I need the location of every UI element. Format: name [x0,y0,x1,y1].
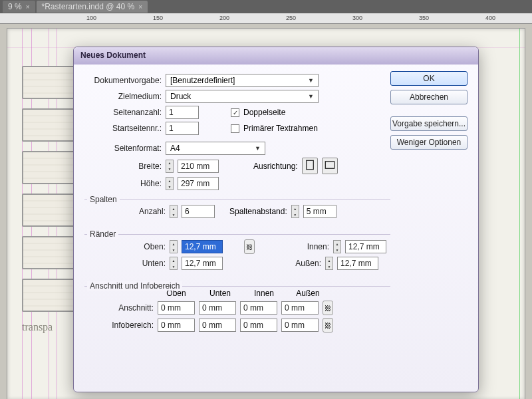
bleed-slug-headers: Oben Unten Innen Außen [158,289,386,298]
bleed-slug-group-title: Anschnitt und Infobereich [87,281,182,291]
margin-outside-stepper[interactable]: ▲▼ [325,257,333,270]
pages-input[interactable]: 1 [166,106,199,119]
height-stepper[interactable]: ▲▼ [166,177,174,190]
preset-label: Dokumentvorgabe: [84,76,162,85]
document-tab-bar: 9 % × *Rasterarten.indd @ 40 % × [0,0,532,13]
close-icon[interactable]: × [26,3,30,11]
ok-button[interactable]: OK [390,71,467,86]
tab-doc-1[interactable]: 9 % × [3,1,35,13]
svg-rect-1 [325,162,334,169]
new-document-dialog: Neues Dokument Dokumentvorgabe: [Benutze… [73,47,479,392]
gutter-stepper[interactable]: ▲▼ [291,205,299,218]
column-count-label: Anzahl: [88,207,166,216]
intent-combo[interactable]: Druck ▼ [166,90,319,103]
start-page-label: Startseitennr.: [84,124,162,133]
bleed-inside-input[interactable]: 0 mm [240,301,277,315]
ruler-tick: 300 [352,15,362,21]
svg-rect-0 [306,160,313,169]
slug-bottom-input[interactable]: 0 mm [199,319,236,332]
pages-label: Seitenanzahl: [84,108,162,117]
intent-value: Druck [170,92,191,101]
bleed-bottom-input[interactable]: 0 mm [199,301,236,315]
width-label: Breite: [84,162,162,171]
ruler-tick: 250 [286,15,296,21]
margin-outside-label: Außen: [268,259,321,268]
margin-inside-label: Innen: [276,242,329,251]
page-size-label: Seitenformat: [84,144,162,153]
slug-inside-input[interactable]: 0 mm [240,319,277,332]
columns-group-title: Spalten [87,195,120,204]
preset-combo[interactable]: [Benutzerdefiniert] ▼ [166,74,319,87]
horizontal-ruler[interactable]: 100 150 200 250 300 350 400 [0,13,532,24]
margins-group-title: Ränder [87,229,118,239]
chevron-down-icon: ▼ [255,145,261,152]
column-count-input[interactable]: 6 [182,205,215,218]
margin-top-label: Oben: [88,242,166,251]
primary-frame-checkbox[interactable] [231,124,239,133]
margin-inside-stepper[interactable]: ▲▼ [333,240,341,253]
slug-outside-input[interactable]: 0 mm [281,319,319,332]
ruler-tick: 350 [419,15,429,21]
dialog-title[interactable]: Neues Dokument [74,47,478,65]
gutter-label: Spaltenabstand: [229,207,287,216]
save-preset-button[interactable]: Vorgabe speichern... [390,116,467,131]
cancel-button[interactable]: Abbrechen [390,90,467,104]
orientation-landscape-button[interactable] [322,158,338,174]
facing-pages-label: Doppelseite [243,108,285,117]
facing-pages-checkbox[interactable]: ✓ [231,108,239,117]
height-input[interactable]: 297 mm [178,177,219,190]
intent-label: Zielmedium: [84,92,162,101]
column-count-stepper[interactable]: ▲▼ [170,205,178,218]
margin-bottom-stepper[interactable]: ▲▼ [170,257,178,270]
link-slug-icon[interactable]: ⛓ [323,318,333,332]
ruler-tick: 200 [219,15,229,21]
ruler-tick: 150 [153,15,163,21]
primary-frame-label: Primärer Textrahmen [243,124,318,133]
page-size-value: A4 [170,144,180,153]
tab-label: *Rasterarten.indd @ 40 % [42,2,135,11]
margin-top-input[interactable]: 12,7 mm [182,240,223,253]
page-size-combo[interactable]: A4 ▼ [166,142,265,155]
chevron-down-icon: ▼ [308,77,314,84]
slug-top-input[interactable]: 0 mm [158,319,195,332]
fewer-options-button[interactable]: Weniger Optionen [390,135,467,150]
ruler-tick: 100 [86,15,96,21]
ruler-tick: 400 [485,15,495,21]
bleed-top-input[interactable]: 0 mm [158,301,195,315]
width-input[interactable]: 210 mm [178,160,219,173]
margin-bottom-input[interactable]: 12,7 mm [182,257,223,270]
margin-guide[interactable] [519,29,520,399]
slug-label: Infobereich: [88,321,154,330]
margin-outside-input[interactable]: 12,7 mm [337,257,378,270]
bleed-label: Anschnitt: [88,303,154,313]
tab-label: 9 % [8,2,22,11]
start-page-input[interactable]: 1 [166,122,199,135]
link-bleed-icon[interactable]: ⛓ [323,301,333,315]
link-margins-icon[interactable]: ⛓ [244,239,255,254]
margin-inside-input[interactable]: 12,7 mm [345,240,386,253]
orientation-portrait-button[interactable] [302,158,318,174]
preset-value: [Benutzerdefiniert] [170,76,235,85]
width-stepper[interactable]: ▲▼ [166,160,174,173]
margin-top-stepper[interactable]: ▲▼ [170,240,178,253]
gutter-input[interactable]: 5 mm [303,205,336,218]
height-label: Höhe: [84,179,162,188]
tab-doc-2[interactable]: *Rasterarten.indd @ 40 % × [37,1,148,13]
bleed-outside-input[interactable]: 0 mm [281,301,319,315]
close-icon[interactable]: × [138,3,142,11]
chevron-down-icon: ▼ [308,93,314,100]
orientation-label: Ausrichtung: [253,162,298,171]
margin-bottom-label: Unten: [88,259,166,268]
